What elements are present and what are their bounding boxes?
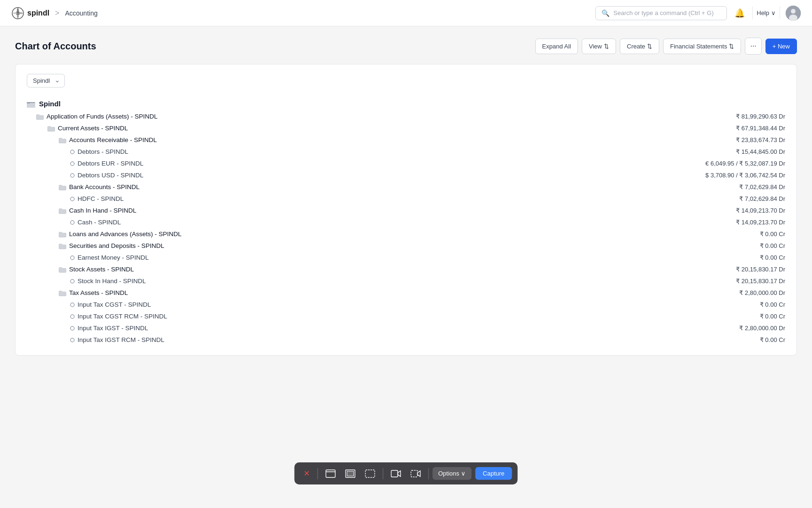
tree-item-amount-input_cgst_rcm: ₹ 0.00 Cr — [760, 313, 785, 320]
tree-item-label-cash_in_hand[interactable]: Cash In Hand - SPINDL — [69, 207, 136, 214]
avatar[interactable] — [786, 6, 801, 21]
folder-icon — [59, 266, 66, 273]
notification-bell-button[interactable]: 🔔 — [733, 6, 747, 20]
svg-point-17 — [70, 338, 74, 342]
folder-icon — [59, 207, 66, 214]
company-select-wrapper: Spindl — [27, 74, 65, 87]
tree-row: HDFC - SPINDL₹ 7,02,629.84 Dr — [27, 193, 785, 205]
tree-item-label-stock_in_hand[interactable]: Stock In Hand - SPINDL — [78, 278, 146, 285]
header-right: 🔍 Search or type a command (Ctrl + G) 🔔 … — [595, 6, 801, 21]
circle-icon — [70, 150, 75, 154]
tree-row: Stock In Hand - SPINDL₹ 20,15,830.17 Dr — [27, 275, 785, 287]
tree-row-left: Input Tax IGST - SPINDL — [27, 325, 148, 332]
tree-row: Stock Assets - SPINDL₹ 20,15,830.17 Dr — [27, 263, 785, 275]
accounts-tree: Spindl Application of Funds (Assets) - S… — [27, 97, 785, 346]
tree-row: Cash In Hand - SPINDL₹ 14,09,213.70 Dr — [27, 205, 785, 216]
tree-item-amount-acc_receivable: ₹ 23,83,674.73 Dr — [736, 136, 785, 143]
tree-item-label-stock_assets[interactable]: Stock Assets - SPINDL — [69, 266, 134, 273]
tree-row-left: Loans and Advances (Assets) - SPINDL — [27, 230, 181, 238]
logo-area: spindl > Accounting — [11, 7, 98, 20]
svg-point-3 — [791, 9, 796, 14]
svg-rect-6 — [27, 102, 30, 103]
tree-row: Current Assets - SPINDL₹ 67,91,348.44 Dr — [27, 122, 785, 134]
tree-item-amount-cash_in_hand: ₹ 14,09,213.70 Dr — [736, 207, 785, 214]
logo-icon — [11, 7, 24, 20]
tree-item-label-securities[interactable]: Securities and Deposits - SPINDL — [69, 242, 164, 249]
tree-item-label-debtors[interactable]: Debtors - SPINDL — [78, 148, 128, 155]
tree-item-label-debtors_usd[interactable]: Debtors USD - SPINDL — [78, 172, 143, 179]
tree-item-label-input_igst[interactable]: Input Tax IGST - SPINDL — [78, 325, 148, 332]
tree-item-label-input_cgst[interactable]: Input Tax CGST - SPINDL — [78, 301, 151, 308]
financial-statements-button[interactable]: Financial Statements ⇅ — [663, 39, 741, 54]
tree-item-amount-input_cgst: ₹ 0.00 Cr — [760, 301, 785, 308]
tree-item-label-debtors_eur[interactable]: Debtors EUR - SPINDL — [78, 160, 143, 167]
view-label: View — [589, 43, 602, 50]
breadcrumb: Accounting — [65, 9, 97, 17]
company-select[interactable]: Spindl — [27, 74, 65, 87]
svg-point-7 — [70, 150, 74, 154]
tree-item-label-input_cgst_rcm[interactable]: Input Tax CGST RCM - SPINDL — [78, 313, 167, 320]
tree-item-label-hdfc[interactable]: HDFC - SPINDL — [78, 195, 124, 202]
tree-row-left: Stock Assets - SPINDL — [27, 266, 134, 273]
tree-item-label-acc_receivable[interactable]: Accounts Receivable - SPINDL — [69, 136, 157, 143]
tree-row-left: Accounts Receivable - SPINDL — [27, 136, 157, 143]
more-options-button[interactable]: ··· — [745, 38, 761, 55]
circle-icon — [70, 338, 75, 342]
tree-item-label-cash[interactable]: Cash - SPINDL — [78, 219, 121, 226]
tree-item-label-earnest_money[interactable]: Earnest Money - SPINDL — [78, 254, 149, 261]
circle-icon — [70, 255, 75, 260]
tree-item-amount-hdfc: ₹ 7,02,629.84 Dr — [739, 195, 785, 202]
svg-point-10 — [70, 197, 74, 201]
tree-item-label-current_assets[interactable]: Current Assets - SPINDL — [58, 125, 128, 132]
financial-statements-label: Financial Statements — [670, 43, 727, 50]
search-bar[interactable]: 🔍 Search or type a command (Ctrl + G) — [595, 6, 727, 20]
tree-item-amount-earnest_money: ₹ 0.00 Cr — [760, 254, 785, 261]
tree-row-left: Debtors USD - SPINDL — [27, 172, 143, 179]
create-button[interactable]: Create ⇅ — [620, 39, 659, 54]
financial-statements-chevron-icon: ⇅ — [729, 43, 734, 50]
tree-row-left: HDFC - SPINDL — [27, 195, 124, 202]
help-label: Help — [757, 9, 769, 16]
tree-item-label-tax_assets[interactable]: Tax Assets - SPINDL — [69, 289, 128, 296]
tree-row-left: Debtors EUR - SPINDL — [27, 160, 143, 167]
toolbar: Expand All View ⇅ Create ⇅ Financial Sta… — [535, 38, 797, 55]
help-button[interactable]: Help ∨ — [752, 7, 780, 19]
tree-row-left: Bank Accounts - SPINDL — [27, 183, 140, 190]
view-chevron-icon: ⇅ — [604, 43, 609, 50]
circle-icon — [70, 220, 75, 225]
logo-text: spindl — [27, 9, 49, 17]
tree-row-left: Stock In Hand - SPINDL — [27, 278, 146, 285]
company-selector-wrap: Spindl — [27, 74, 785, 87]
tree-item-label-input_igst_rcm[interactable]: Input Tax IGST RCM - SPINDL — [78, 336, 164, 343]
page: Chart of Accounts Expand All View ⇅ Crea… — [0, 26, 812, 367]
tree-item-amount-stock_assets: ₹ 20,15,830.17 Dr — [736, 266, 785, 273]
svg-point-9 — [70, 174, 74, 177]
folder-icon — [59, 231, 66, 238]
accounts-card: Spindl Spindl Application of Funds (Asse… — [15, 64, 797, 356]
circle-icon — [70, 173, 75, 178]
view-button[interactable]: View ⇅ — [582, 39, 616, 54]
svg-point-11 — [70, 221, 74, 224]
tree-row-left: Application of Funds (Assets) - SPINDL — [27, 113, 157, 120]
tree-item-label-app_funds[interactable]: Application of Funds (Assets) - SPINDL — [47, 113, 157, 120]
help-chevron-icon: ∨ — [771, 9, 776, 16]
circle-icon — [70, 326, 75, 331]
folder-icon — [59, 184, 66, 190]
tree-row: Earnest Money - SPINDL₹ 0.00 Cr — [27, 252, 785, 263]
tree-row: Tax Assets - SPINDL₹ 2,80,000.00 Dr — [27, 287, 785, 299]
breadcrumb-separator: > — [55, 9, 59, 17]
tree-row-left: Securities and Deposits - SPINDL — [27, 242, 164, 249]
tree-item-label-loans_advances[interactable]: Loans and Advances (Assets) - SPINDL — [69, 230, 181, 238]
create-label: Create — [627, 43, 645, 50]
new-button[interactable]: + New — [765, 39, 797, 54]
tree-item-amount-securities: ₹ 0.00 Cr — [760, 242, 785, 249]
circle-icon — [70, 197, 75, 201]
expand-all-button[interactable]: Expand All — [535, 39, 578, 54]
tree-row: Loans and Advances (Assets) - SPINDL₹ 0.… — [27, 228, 785, 240]
tree-item-amount-input_igst_rcm: ₹ 0.00 Cr — [760, 336, 785, 343]
tree-item-label-bank_accounts[interactable]: Bank Accounts - SPINDL — [69, 183, 140, 190]
tree-row: Input Tax CGST - SPINDL₹ 0.00 Cr — [27, 299, 785, 310]
page-title: Chart of Accounts — [15, 41, 96, 52]
tree-item-amount-debtors_usd: $ 3,708.90 / ₹ 3,06,742.54 Dr — [705, 172, 785, 179]
tree-item-amount-debtors_eur: € 6,049.95 / ₹ 5,32,087.19 Dr — [705, 160, 785, 167]
